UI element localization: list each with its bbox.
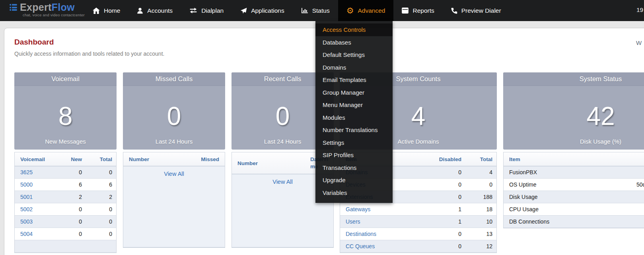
table-row: FusionPBX <box>504 166 644 179</box>
report-window-icon <box>402 8 409 14</box>
menu-item-variables[interactable]: Variables <box>315 187 393 199</box>
status-item-label: DB Connections <box>509 218 549 225</box>
table-row: Users110 <box>340 216 496 228</box>
nav-item-label: Home <box>104 7 120 14</box>
nav-item-label: Applications <box>251 7 284 14</box>
nav-item-preview-dialer[interactable]: Preview Dialer <box>443 0 510 21</box>
status-item-label: OS Uptime <box>509 181 536 188</box>
view-all-link[interactable]: View All <box>272 179 293 185</box>
table-row: Destinations013 <box>340 228 496 240</box>
welcome-text-truncated: W <box>636 39 642 46</box>
table-row: CC Queues012 <box>340 240 496 253</box>
cell-value: 2 <box>109 194 112 200</box>
phone-icon <box>451 8 457 14</box>
row-link[interactable]: 3625 <box>20 169 33 175</box>
row-link[interactable]: 5003 <box>20 218 33 225</box>
cell-value: 1 <box>458 206 461 212</box>
column-header-number: Number <box>232 160 310 166</box>
table-system-status: ItemFusionPBXOS Uptime50dDisk UsageCPU U… <box>503 152 644 228</box>
table-row: 500122 <box>15 191 116 203</box>
nav-item-accounts[interactable]: Accounts <box>128 0 181 21</box>
brand-flow: Flow <box>52 2 75 13</box>
table-row: 500200 <box>15 203 116 216</box>
menu-item-group-manager[interactable]: Group Manager <box>315 86 393 99</box>
table-row: 500300 <box>15 216 116 228</box>
menu-item-modules[interactable]: Modules <box>315 111 393 124</box>
menu-item-databases[interactable]: Databases <box>315 36 393 49</box>
table-row: DB Connections <box>504 216 644 228</box>
brand-tagline: chat, voice and video contactcenter <box>23 13 85 17</box>
nav-item-label: Advanced <box>358 7 385 14</box>
menu-item-sip-profiles[interactable]: SIP Profiles <box>315 149 393 162</box>
nav-item-advanced[interactable]: ⚙Advanced <box>338 0 394 21</box>
expertflow-logo[interactable]: ExpertFlow chat, voice and video contact… <box>10 2 85 17</box>
column-header-missed: Missed <box>174 156 225 162</box>
column-header-voicemail: Voicemail <box>15 156 56 162</box>
view-all-link[interactable]: View All <box>164 171 184 177</box>
column-header-number: Number <box>123 156 174 162</box>
cell-value: 1 <box>458 218 461 225</box>
status-item-label: FusionPBX <box>509 169 537 175</box>
cell-value: 13 <box>486 231 492 237</box>
cell-value: 0 <box>109 218 112 225</box>
menu-item-menu-manager[interactable]: Menu Manager <box>315 99 393 111</box>
transfer-arrows-icon <box>189 8 197 14</box>
row-link[interactable]: Destinations <box>346 231 376 237</box>
user-icon <box>137 8 143 14</box>
top-navbar: ExpertFlow chat, voice and video contact… <box>0 0 644 21</box>
row-link[interactable]: Users <box>346 218 360 225</box>
column-header-new: New <box>56 156 86 162</box>
page-subtitle: Quickly access information and tools rel… <box>14 51 164 57</box>
card-value: 8 <box>14 103 117 129</box>
table-body-empty: View All <box>123 166 225 247</box>
row-link[interactable]: 5002 <box>20 206 33 212</box>
row-link[interactable]: 5001 <box>20 194 33 200</box>
card-label: Last 24 Hours <box>123 138 225 145</box>
cell-value: 0 <box>458 181 461 188</box>
nav-item-label: Dialplan <box>201 7 224 14</box>
row-link[interactable]: 5000 <box>20 181 33 188</box>
card-value: 0 <box>123 103 225 129</box>
bar-chart-icon <box>301 8 308 14</box>
nav-item-reports[interactable]: Reports <box>393 0 442 21</box>
nav-item-home[interactable]: Home <box>84 0 128 21</box>
column-header-disabled: Disabled <box>422 156 465 162</box>
nav-item-applications[interactable]: Applications <box>232 0 293 21</box>
cell-value: 0 <box>109 231 112 237</box>
status-item-label: CPU Usage <box>509 206 539 212</box>
row-link[interactable]: CC Queues <box>346 243 375 249</box>
status-item-label: Disk Usage <box>509 194 538 200</box>
menu-item-domains[interactable]: Domains <box>315 61 393 74</box>
table-row: OS Uptime50d <box>504 179 644 191</box>
nav-item-status[interactable]: Status <box>293 0 338 21</box>
menu-item-email-templates[interactable]: Email Templates <box>315 74 393 86</box>
table-missed-calls: NumberMissedView All <box>123 152 225 248</box>
table-row: 500400 <box>15 228 116 240</box>
card-label: New Messages <box>14 138 117 145</box>
cell-value: 0 <box>79 231 82 237</box>
menu-item-transactions[interactable]: Transactions <box>315 162 393 174</box>
cell-value: 2 <box>79 194 82 200</box>
paper-plane-icon <box>240 8 247 14</box>
table-row: CPU Usage <box>504 203 644 216</box>
row-link[interactable]: 5004 <box>20 231 33 237</box>
menu-item-settings[interactable]: Settings <box>315 136 393 149</box>
advanced-dropdown-menu: Access ControlsDatabasesDefault Settings… <box>315 21 393 203</box>
nav-item-label: Accounts <box>147 7 173 14</box>
table-header-row: NumberMissed <box>123 152 225 166</box>
cell-value: 12 <box>486 243 492 249</box>
menu-item-access-controls[interactable]: Access Controls <box>315 23 393 36</box>
dashboard-card-system-status: System Status42Disk Usage (%) <box>503 72 644 150</box>
cell-value: 0 <box>79 169 82 175</box>
table-header-row: VoicemailNewTotal <box>15 152 116 166</box>
nav-item-label: Reports <box>412 7 434 14</box>
cell-value: 0 <box>79 206 82 212</box>
menu-item-number-translations[interactable]: Number Translations <box>315 124 393 136</box>
row-link[interactable]: Gateways <box>346 206 370 212</box>
dashboard-card-voicemail: Voicemail8New Messages <box>14 72 117 150</box>
menu-item-upgrade[interactable]: Upgrade <box>315 174 393 187</box>
card-title: Voicemail <box>14 72 117 86</box>
nav-item-dialplan[interactable]: Dialplan <box>181 0 232 21</box>
page-title: Dashboard <box>14 38 54 47</box>
menu-item-default-settings[interactable]: Default Settings <box>315 49 393 61</box>
